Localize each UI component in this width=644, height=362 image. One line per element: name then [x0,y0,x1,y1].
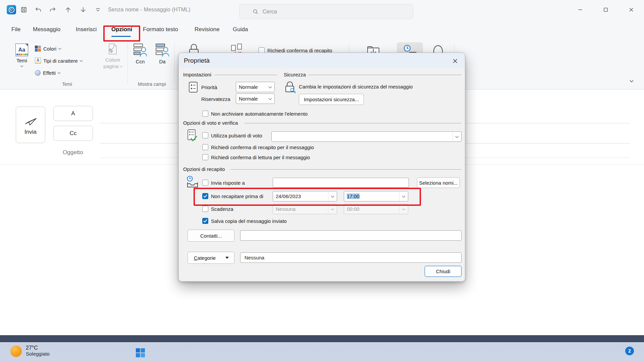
titlebar: O Senza nome - Messaggio (HTML) Cerca [0,0,644,19]
colore-pagina-button[interactable]: Colore pagina [101,43,125,69]
chiudi-button[interactable]: Chiudi [425,266,462,277]
tab-guida[interactable]: Guida [231,19,249,40]
conferma-recapito-checkbox[interactable] [202,144,208,150]
tab-inserisci[interactable]: Inserisci [74,19,98,40]
tipi-di-carattere-button[interactable]: A Tipi di carattere [35,56,82,65]
conferma-lettura-label: Richiedi conferma di lettura per il mess… [211,155,310,161]
close-button[interactable] [622,0,640,19]
riservatezza-select[interactable]: Normale [236,94,275,104]
chevron-down-icon [80,59,83,61]
cc-label: Cc [70,130,77,137]
chevron-down-icon [268,97,272,100]
temi-icon: Aa [15,44,28,56]
salva-copia-label: Salva copia del messaggio inviato [211,218,287,224]
colore-pagina-label-line2: pagina [103,63,118,69]
contatti-field[interactable] [240,230,462,241]
ccn-button[interactable]: Ccn [133,43,148,64]
collapse-ribbon-button[interactable] [629,78,635,84]
da-button[interactable]: Da [155,43,170,64]
windows-logo-icon [136,348,145,357]
dropdown-arrow-icon [225,257,229,259]
scadenza-checkbox[interactable] [202,206,208,212]
conferma-lettura-checkbox[interactable] [202,154,208,160]
minimize-button[interactable] [571,0,589,19]
dialog-titlebar [179,53,465,68]
voting-icon [187,129,198,142]
tab-formato-testo[interactable]: Formato testo [142,19,179,40]
invia-button[interactable]: Invia [16,107,45,143]
security-lock-icon [284,80,296,94]
chevron-down-icon [268,85,272,88]
page-color-icon [108,43,118,55]
move-down-button[interactable] [79,6,87,13]
seleziona-nomi-button[interactable]: Seleziona nomi... [417,177,460,188]
riservatezza-label: Riservatezza [201,96,230,102]
redo-icon [49,6,56,13]
tab-file[interactable]: File [10,19,22,40]
utilizza-pulsanti-voto-label: Utilizza pulsanti di voto [211,133,262,139]
utilizza-pulsanti-voto-checkbox[interactable] [202,132,208,138]
taskbar: 27°C Soleggiato [0,342,644,362]
weather-widget[interactable]: 27°C Soleggiato [26,345,50,357]
temi-button[interactable]: Aa Temi [11,42,33,80]
weather-icon [10,346,22,357]
pulsanti-voto-select[interactable] [271,131,462,142]
customize-quick-access-button[interactable] [94,6,102,13]
to-label: A [71,110,75,117]
start-button[interactable] [136,348,145,357]
dialog-close-button[interactable] [450,56,460,66]
contatti-button[interactable]: Contatti... [187,230,234,242]
cc-button[interactable]: Cc [53,126,93,141]
redo-button[interactable] [49,6,56,13]
to-button[interactable]: A [53,106,93,121]
group-divider [127,43,128,83]
arrow-up-icon [65,6,71,13]
chevron-down-icon [20,64,23,67]
invia-risposte-label: Invia risposte a [211,180,245,186]
salva-copia-checkbox[interactable] [202,218,208,224]
undo-button[interactable] [35,6,42,13]
colori-button[interactable]: Colori [35,44,61,53]
close-icon [452,58,458,64]
temi-group-caption: Temi [56,81,78,87]
save-icon [20,6,27,13]
effetti-button[interactable]: Effetti [35,68,60,77]
maximize-icon [603,7,608,12]
invia-risposte-field[interactable] [273,178,409,188]
non-archiviare-checkbox[interactable] [202,111,208,117]
da-label: Da [155,59,170,64]
invia-label: Invia [24,129,37,135]
minimize-icon [578,7,583,12]
ribbon-tabs: File Messaggio Inserisci Opzioni Formato… [0,19,644,40]
colori-icon [35,46,41,52]
priority-icon [189,82,198,93]
weather-temp: 27°C [26,345,50,351]
impostazioni-sicurezza-button[interactable]: Impostazioni sicurezza... [299,94,364,105]
save-button[interactable] [20,6,28,13]
tab-messaggio[interactable]: Messaggio [32,19,62,40]
da-fields-icon [156,43,169,57]
ccn-fields-icon [133,43,147,57]
invia-risposte-checkbox[interactable] [202,180,208,186]
weather-condition: Soleggiato [26,351,50,357]
maximize-button[interactable] [597,0,615,19]
section-sicurezza: Sicurezza [284,72,306,78]
arrow-down-icon [80,6,87,13]
window-title: Senza nome - Messaggio (HTML) [108,0,191,19]
effetti-label: Effetti [43,70,56,76]
chevron-down-icon [58,71,60,73]
categorie-button[interactable]: Categorie [187,252,234,264]
desktop-background [0,335,644,342]
section-rule [214,75,277,75]
notification-badge[interactable]: 2 [625,347,634,355]
chevron-down-icon [119,65,122,67]
non-archiviare-label: Non archiviare automaticamente l'element… [211,111,308,117]
tab-revisione[interactable]: Revisione [193,19,221,40]
categorie-field[interactable]: Nessuna [240,252,462,263]
annotation-red-box-non-recapitare [194,188,421,206]
priorita-select[interactable]: Normale [236,82,275,92]
annotation-red-box-opzioni-tab [103,25,140,42]
move-up-button[interactable] [64,6,72,13]
dialog-title: Proprietà [184,57,210,64]
search-input[interactable]: Cerca [239,4,413,19]
